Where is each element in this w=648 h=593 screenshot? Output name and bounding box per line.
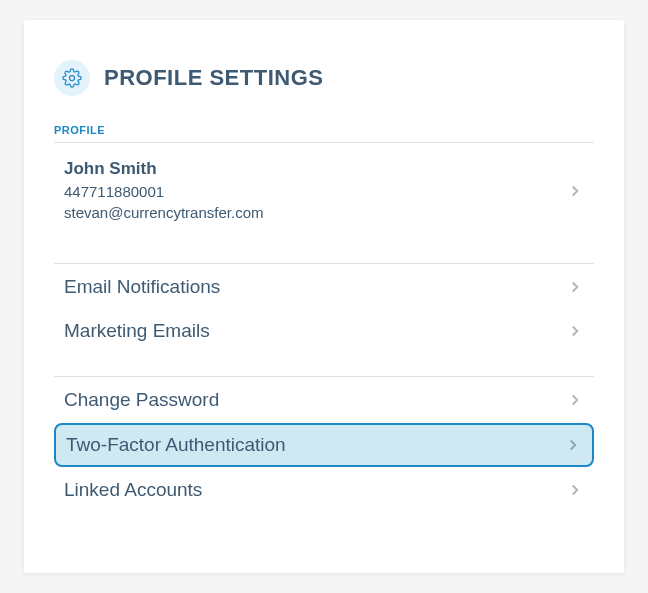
chevron-right-icon [566,481,584,499]
settings-card: PROFILE SETTINGS PROFILE John Smith 4477… [24,20,624,573]
divider [54,376,594,377]
profile-email: stevan@currencytransfer.com [64,202,263,223]
two-factor-authentication-item[interactable]: Two-Factor Authentication [54,423,594,467]
change-password-item[interactable]: Change Password [54,379,594,421]
chevron-right-icon [566,391,584,409]
profile-item[interactable]: John Smith 447711880001 stevan@currencyt… [54,143,594,241]
item-label: Email Notifications [64,276,220,298]
profile-info: John Smith 447711880001 stevan@currencyt… [64,159,263,223]
gear-icon-circle [54,60,90,96]
item-label: Linked Accounts [64,479,202,501]
divider [54,263,594,264]
marketing-emails-item[interactable]: Marketing Emails [54,310,594,352]
email-notifications-item[interactable]: Email Notifications [54,266,594,308]
chevron-right-icon [564,436,582,454]
linked-accounts-item[interactable]: Linked Accounts [54,469,594,511]
gear-icon [62,68,82,88]
item-label: Change Password [64,389,219,411]
header: PROFILE SETTINGS [54,60,594,96]
item-label: Marketing Emails [64,320,210,342]
chevron-right-icon [566,182,584,200]
page-title: PROFILE SETTINGS [104,65,323,91]
chevron-right-icon [566,278,584,296]
profile-section-label: PROFILE [54,124,594,136]
profile-name: John Smith [64,159,263,179]
svg-point-0 [70,76,75,81]
profile-phone: 447711880001 [64,181,263,202]
chevron-right-icon [566,322,584,340]
item-label: Two-Factor Authentication [66,434,286,456]
